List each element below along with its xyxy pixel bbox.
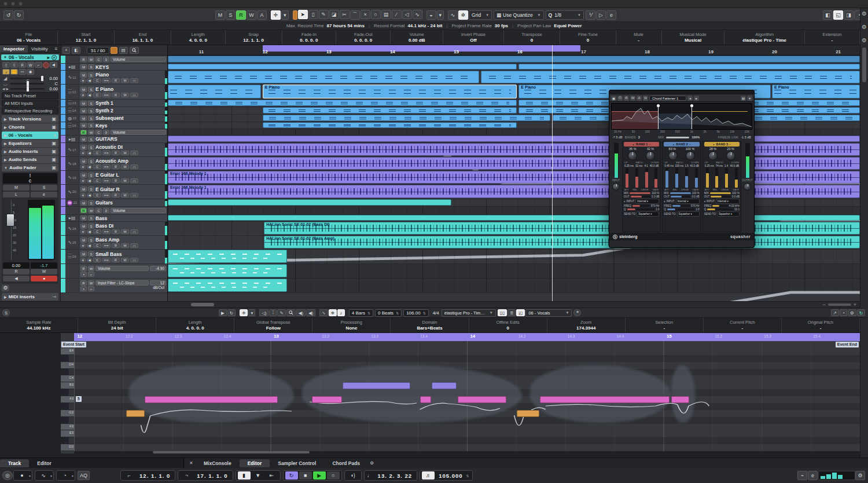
automation-parameter-select[interactable]: Volume <box>111 57 166 62</box>
band-slider[interactable] <box>626 168 628 188</box>
info-field-transpose[interactable]: Transpose0 <box>504 30 561 45</box>
band-out-row[interactable]: OUT0.3 dB <box>624 195 659 198</box>
solo-button[interactable]: S <box>88 159 94 164</box>
track-synth-1[interactable]: 𝄚13MSSynth 1 <box>61 100 167 107</box>
write-button[interactable]: W <box>121 164 129 169</box>
event-error-366-melody-1[interactable]: Error 366 Melody 1 <box>168 171 860 184</box>
band-input-select[interactable]: ●INPUTInternal ▾ <box>664 199 699 204</box>
lower-zone-toggle-icon[interactable]: ◱ <box>833 10 843 20</box>
arrange-row-bass-amp[interactable]: HALion Sonic SE 01-02 (Bass Amp) <box>168 236 860 250</box>
transport-gear-icon[interactable]: ⚙ <box>855 471 865 480</box>
track-e-guitar-l[interactable]: ∿19MSE Guitar L●◀C⟺RW▭ <box>61 171 167 185</box>
track-bass-di[interactable]: ∿24MSBass DI●◀C⟺RW▭ <box>61 222 167 236</box>
automation-curve-button[interactable]: ⌐ <box>88 286 94 291</box>
freeze-button[interactable]: ⟺ <box>102 93 111 97</box>
channel-button[interactable]: C <box>93 229 101 234</box>
plugin-write-icon[interactable]: W <box>630 96 635 101</box>
automation-lane-volume[interactable]: RWC0Volume <box>61 56 167 64</box>
plugin-menu-icon[interactable]: ▤ <box>741 96 746 101</box>
arrange-row-acoustic-di[interactable] <box>168 143 860 157</box>
draw-tool-icon[interactable]: ✎ <box>319 10 329 19</box>
editor-setup-icon[interactable]: ◔ <box>840 309 847 316</box>
inspector-section-midi-inserts[interactable]: ▶MIDI Inserts⊸ <box>2 293 58 301</box>
acoustic-feedback-icon[interactable]: ◁) <box>259 309 269 316</box>
band-slider[interactable] <box>685 168 688 188</box>
audition-play-icon[interactable]: ▶ <box>219 309 227 316</box>
lanes-button[interactable]: ▭ <box>130 258 138 262</box>
automation-parameter-select[interactable]: Input Filter - LC-Slope <box>95 280 149 286</box>
monitor-button[interactable]: ◀ <box>87 243 92 248</box>
band-freq-row[interactable]: FREQ570 Hz <box>624 204 659 207</box>
zoom-tool-icon[interactable]: ○ <box>371 10 381 19</box>
variaudio-segment-a3[interactable] <box>671 396 689 403</box>
track-piano[interactable]: ∿11MSPiano●◀C⟺RW▭ <box>61 71 167 85</box>
arrange-row-bass-di[interactable]: HALion Sonic SE 01-02 (Bass DI) <box>168 222 860 236</box>
fader-settings-gear-icon[interactable]: ⚙ <box>2 285 9 291</box>
automation-r-button[interactable]: R <box>80 208 87 213</box>
inspector-section-track-versions[interactable]: ▶Track Versions▣ <box>2 115 58 123</box>
inspector-section-06-vocals[interactable]: ▶06 - Vocalse <box>2 131 58 139</box>
arrange-row-e-guitar-l[interactable]: Error 366 Melody 1 <box>168 171 860 185</box>
plugin-bypass-icon[interactable]: ⏻ <box>617 96 623 101</box>
zoom-in-icon[interactable]: + <box>854 302 856 308</box>
variaudio-segment-a3[interactable] <box>145 396 278 403</box>
mute-button[interactable]: M <box>80 72 87 78</box>
event[interactable] <box>168 157 860 170</box>
project-vertical-scrollbar[interactable] <box>860 45 868 301</box>
mute-button[interactable]: M <box>80 64 87 69</box>
quantize-apply-icon[interactable]: ▷ <box>596 10 606 20</box>
band-out-row[interactable]: OUT0.0 dB <box>704 195 740 198</box>
down-knob[interactable] <box>646 151 655 160</box>
track-filter-icon[interactable]: ▤ <box>119 47 128 54</box>
info-field-start[interactable]: Start12. 1. 1. 0 <box>58 30 115 45</box>
mute-button[interactable]: M <box>80 108 87 114</box>
track-preset-icon[interactable]: ◧ <box>72 47 80 54</box>
automation-m-button[interactable]: M <box>215 10 225 20</box>
arrange-row-synth-1[interactable] <box>168 100 860 107</box>
record-mode-icon[interactable]: ● <box>16 471 28 480</box>
inspector-tab-inspector[interactable]: Inspector <box>0 45 28 53</box>
preroll-icon[interactable]: ◖) <box>347 471 359 480</box>
close-lower-zone-icon[interactable]: ✕ <box>187 460 195 467</box>
up-knob[interactable] <box>708 151 718 160</box>
write-button[interactable]: W <box>121 243 129 248</box>
event[interactable] <box>168 56 860 63</box>
info-field-fade-out[interactable]: Fade-Out0. 0. 0. 0 <box>336 30 391 45</box>
solo-button[interactable]: S <box>88 116 94 121</box>
sync-selection-icon[interactable]: ↻ <box>857 309 865 316</box>
plugin-preset-name[interactable]: Chord Fattener 1 <box>649 96 686 101</box>
left-locator[interactable]: ⌐12. 1. 1. 0 <box>120 470 175 481</box>
band-mix-row[interactable]: MIX100 % <box>664 192 699 195</box>
editor-ruler[interactable]: 1212.212.312.41313.213.313.41414.214.314… <box>74 333 860 341</box>
editor-info-sample-rate[interactable]: Sample Rate44.100 kHz <box>0 318 78 332</box>
monitor-button[interactable]: ◀ <box>3 276 30 281</box>
editor-info-zoom[interactable]: Zoom174.3944 <box>547 318 626 332</box>
variaudio-segment-a3[interactable] <box>420 396 431 403</box>
snap-active-icon[interactable]: ✲ <box>329 309 337 316</box>
info-field-volume[interactable]: Volume0.00 dB <box>391 30 443 45</box>
mute-button[interactable]: M <box>80 145 87 150</box>
stop-button[interactable]: ■ <box>299 471 312 480</box>
arrange-row-volume[interactable] <box>168 56 860 64</box>
audition-loop-icon[interactable]: ↻ <box>227 309 236 316</box>
editor-info-offline-edits[interactable]: Offline Edits0 <box>469 318 547 332</box>
write-button[interactable]: W <box>121 258 129 262</box>
record-enable-button[interactable]: ● <box>80 151 86 155</box>
record-mode-menu-icon[interactable]: ▾ <box>29 474 31 478</box>
project-horizontal-scrollbar[interactable]: − + <box>0 301 860 308</box>
piano-key-a3[interactable]: A3 <box>61 396 74 403</box>
read-button[interactable]: R <box>112 229 120 234</box>
editor-comment-icon[interactable]: ❞ <box>573 309 581 316</box>
editor-track-select[interactable]: 06 - Vocals▼ <box>525 309 572 317</box>
fader-m-button[interactable]: M <box>3 185 30 191</box>
band-q-row[interactable]: Q1.0 <box>664 208 699 211</box>
open-in-window-icon[interactable]: ↗ <box>831 309 839 316</box>
automation-r-button[interactable]: R <box>80 57 87 62</box>
listen-icon[interactable]: ◉ <box>27 69 34 75</box>
right-locator[interactable]: ¬17. 1. 1. 0 <box>178 470 233 481</box>
event[interactable] <box>168 100 517 106</box>
variaudio-segment-a3[interactable] <box>312 396 342 403</box>
quantize-reset-icon[interactable]: e <box>606 10 616 20</box>
read-button[interactable]: R <box>112 93 120 97</box>
cycle-button[interactable]: ↻ <box>285 471 298 480</box>
